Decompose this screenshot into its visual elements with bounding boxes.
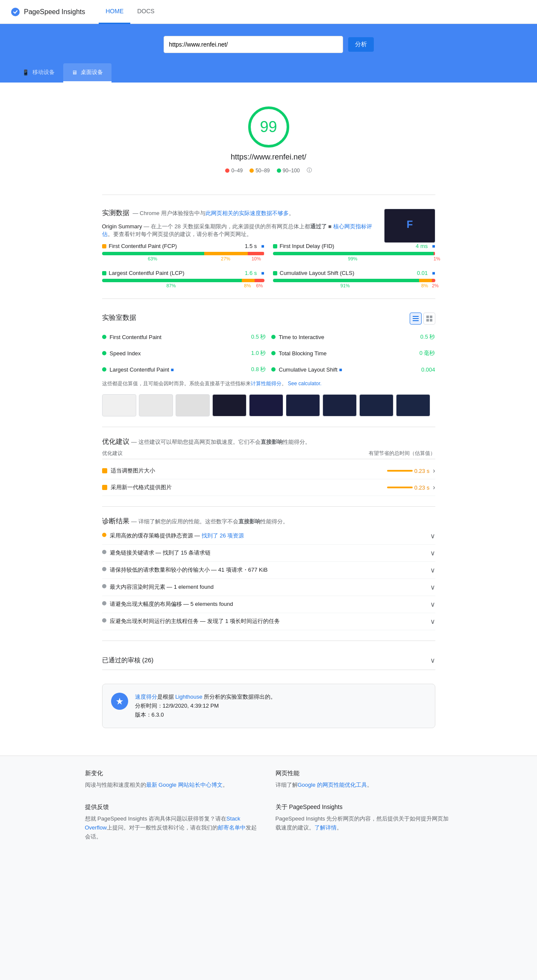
svg-rect-3 [413,316,419,317]
thumbnail-2 [176,394,210,416]
diag-chevron-3[interactable]: ∨ [430,583,435,591]
metric-lcp: Largest Contentful Paint (LCP) 1.6 s ■ 8… [102,270,264,288]
footer-col-feedback: 提供反馈 想就 PageSpeed Insights 咨询具体问题以获得答复？请… [85,803,262,841]
tab-desktop[interactable]: 🖥 桌面设备 [63,63,112,83]
footer-info: 速度得分是根据 Lighthouse 所分析的实验室数据得出的。 分析时间：12… [102,684,435,728]
list-view-icon[interactable] [410,313,422,325]
diag-chevron-1[interactable]: ∨ [430,549,435,557]
lab-cls-name: Cumulative Layout Shift ■ [279,366,418,373]
mailing-list-link[interactable]: 邮寄名单中 [218,824,246,831]
opp-item-1[interactable]: 采用新一代格式提供图片 0.23 s › [102,479,435,496]
diagnostics-section: 诊断结果 — 详细了解您的应用的性能。这些数字不会直接影响性能得分。 采用高效的… [102,517,435,630]
preview-image: F [386,211,433,241]
lab-note: 这些都是估算值，且可能会因时而异。系统会直接基于这些指标来计算性能得分。 See… [102,380,435,387]
lcp-name: Largest Contentful Paint (LCP) [109,270,185,276]
footer-col-perf: 网页性能 详细了解Google 的网页性能优化工具。 [276,770,452,790]
filmstrip-thumbnails [102,394,435,416]
svg-rect-5 [413,320,419,321]
cls-name: Cumulative Layout Shift (CLS) [280,270,355,276]
passed-audits-title: 已通过的审核 (26) [102,656,154,664]
opp-chevron-0[interactable]: › [433,467,435,475]
opp-item-0[interactable]: 适当调整图片大小 0.23 s › [102,463,435,479]
lab-lcp-dot [102,367,106,372]
lab-tti-name: Time to Interactive [279,334,417,340]
fid-info[interactable]: ■ [432,243,435,249]
diag-text-4: 请避免出现大幅度的布局偏移 — 5 elements found [110,600,427,608]
opp-name-0: 适当调整图片大小 [111,467,384,475]
diag-dot-3 [102,584,106,588]
real-data-metrics: First Contentful Paint (FCP) 1.5 s ■ 63%… [102,243,435,288]
footer-grid: 新变化 阅读与性能和速度相关的最新 Google 网站站长中心博文。 网页性能 … [85,770,452,841]
thumbnail-7 [359,394,393,416]
lab-lcp-value: 0.8 秒 [251,366,266,373]
calculator-link[interactable]: 计算性能得分 [251,381,282,387]
nav-docs[interactable]: DOCS [130,0,161,24]
opportunities-section: 优化建议 — 这些建议可以帮助您提高网页加载速度。它们不会直接影响性能得分。 优… [102,437,435,496]
lab-tbt-value: 0 毫秒 [420,349,435,357]
cls-bar [273,279,435,282]
hero-section: 分析 📱 移动设备 🖥 桌面设备 [0,24,537,83]
opp-chevron-1[interactable]: › [433,484,435,491]
real-data-title: 实测数据 [102,209,129,218]
lab-fcp-name: First Contentful Paint [110,334,248,340]
legend-green: 90–100 [277,168,300,174]
lcp-info[interactable]: ■ [261,270,264,276]
perf-link[interactable]: Google 的网页性能优化工具 [298,782,367,788]
header: PageSpeed Insights HOME DOCS [0,0,537,24]
diag-chevron-5[interactable]: ∨ [430,617,435,626]
lab-metric-si: Speed Index 1.0 秒 [102,348,266,359]
thumbnail-4 [249,394,283,416]
lab-metric-tti: Time to Interactive 0.5 秒 [271,331,435,342]
lab-metric-tbt: Total Blocking Time 0 毫秒 [271,348,435,359]
url-input[interactable] [164,36,343,53]
lighthouse-link[interactable]: Lighthouse [175,694,202,700]
see-calculator-link[interactable]: See calculator. [288,381,322,387]
diag-chevron-2[interactable]: ∨ [430,566,435,574]
diag-dot-2 [102,567,106,571]
speed-score-link[interactable]: 速度得分 [135,694,157,700]
lighthouse-logo [111,693,128,710]
opp-name-1: 采用新一代格式提供图片 [111,484,384,491]
opp-icon-1 [102,485,107,490]
lab-lcp-name: Largest Contentful Paint ■ [110,366,248,373]
footer-col-about: 关于 PageSpeed Insights PageSpeed Insights… [276,803,452,841]
nav-home[interactable]: HOME [99,0,130,24]
diag-item-0[interactable]: 采用高效的缓存策略提供静态资源 — 找到了 26 项资源 ∨ [102,528,435,545]
score-url: https://www.renfei.net/ [231,153,306,162]
svg-rect-8 [426,319,429,322]
diag-item-1[interactable]: 避免链接关键请求 — 找到了 15 条请求链 ∨ [102,545,435,562]
tab-mobile[interactable]: 📱 移动设备 [14,63,63,83]
fcp-value: 1.5 s [245,243,257,249]
diag-item-3[interactable]: 最大内容渲染时间元素 — 1 element found ∨ [102,579,435,596]
fid-bar [273,252,435,255]
logo: PageSpeed Insights [10,7,85,17]
analyze-button[interactable]: 分析 [348,37,374,52]
passed-chevron[interactable]: ∨ [430,656,435,664]
diag-item-2[interactable]: 请保持较低的请求数量和较小的传输大小 — 41 项请求・677 KiB ∨ [102,562,435,579]
lab-tti-value: 0.5 秒 [420,333,435,341]
svg-rect-6 [426,316,429,318]
footer-info-text: 速度得分是根据 Lighthouse 所分析的实验室数据得出的。 分析时间：12… [135,693,276,719]
logo-icon [10,7,21,17]
diag-dot-4 [102,601,106,605]
new-link[interactable]: 最新 Google 网站站长中心博文 [146,782,223,788]
diag-item-5[interactable]: 应避免出现长时间运行的主线程任务 — 发现了 1 项长时间运行的任务 ∨ [102,613,435,630]
diag-chevron-4[interactable]: ∨ [430,600,435,608]
diag-chevron-0[interactable]: ∨ [430,532,435,540]
legend-dot-orange [249,168,254,173]
lab-tti-dot [271,335,276,339]
passed-audits-header[interactable]: 已通过的审核 (26) ∨ [102,651,435,670]
opp-header-right: 有望节省的总时间（估算值） [358,450,435,457]
score-circle: 99 [248,106,289,148]
fcp-info[interactable]: ■ [261,243,264,249]
diag-item-4[interactable]: 请避免出现大幅度的布局偏移 — 5 elements found ∨ [102,596,435,613]
lab-data-header: 实验室数据 [102,313,435,325]
grid-view-icon[interactable] [423,313,435,325]
info-icon[interactable]: ⓘ [307,167,312,174]
main-content: 99 https://www.renfei.net/ 0–49 50–89 90… [85,83,452,756]
cls-info[interactable]: ■ [432,270,435,276]
learn-more-link[interactable]: 了解详情 [314,824,337,831]
footer-feedback-title: 提供反馈 [85,803,262,811]
opp-title: 优化建议 — 这些建议可以帮助您提高网页加载速度。它们不会直接影响性能得分。 [102,437,435,446]
lighthouse-icon [114,696,125,706]
